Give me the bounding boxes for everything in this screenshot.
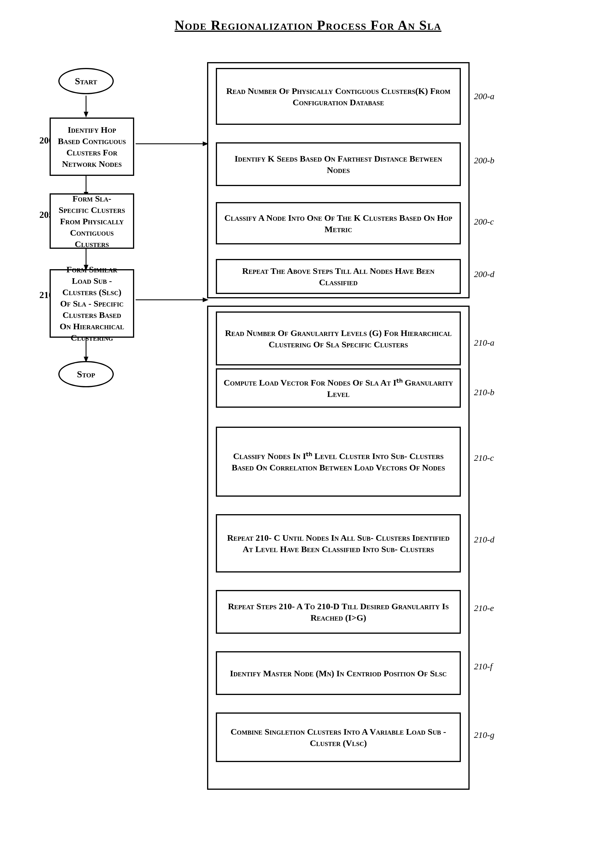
ref-210d: 210-d (474, 535, 494, 544)
box-205: Form Sla- Specific Clusters From Physica… (50, 193, 134, 249)
box-200a: Read Number Of Physically Contiguous Clu… (216, 68, 461, 125)
start-oval: Start (58, 68, 114, 94)
page-title: Node Regionalization Process For An Sla (23, 18, 593, 33)
ref-210c: 210-c (474, 453, 494, 463)
diagram-container: Start 200 Identify Hop Based Contiguous … (23, 50, 593, 838)
box-200c: Classify A Node Into One Of The K Cluste… (216, 202, 461, 244)
ref-200d: 200-d (474, 269, 494, 279)
ref-210e: 210-e (474, 603, 494, 613)
stop-label: Stop (77, 369, 95, 380)
page: Node Regionalization Process For An Sla (0, 0, 616, 851)
box-200b: Identify K Seeds Based On Farthest Dista… (216, 142, 461, 186)
start-label: Start (75, 76, 98, 87)
ref-210b: 210-b (474, 387, 494, 397)
ref-210g: 210-g (474, 730, 494, 740)
box-210d: Repeat 210- C Until Nodes In All Sub- Cl… (216, 514, 461, 573)
box-210f: Identify Master Node (Mn) In Centriod Po… (216, 651, 461, 695)
svg-marker-1 (84, 112, 89, 117)
box-210a: Read Number Of Granularity Levels (G) Fo… (216, 311, 461, 365)
box-210g: Combine Singletion Clusters Into A Varia… (216, 713, 461, 762)
ref-200c: 200-c (474, 217, 494, 227)
box-210b: Compute Load Vector For Nodes Of Sla At … (216, 368, 461, 408)
box-210c: Classify Nodes In Iᵗʰ Level Cluster Into… (216, 427, 461, 497)
ref-210a: 210-a (474, 338, 494, 347)
box-210: Form Similar Load Sub - Clusters (Slsc) … (50, 269, 134, 338)
ref-200b: 200-b (474, 155, 494, 165)
ref-200a: 200-a (474, 91, 494, 101)
stop-oval: Stop (58, 361, 114, 387)
ref-210f: 210-f (474, 662, 492, 671)
box-200: Identify Hop Based Contiguous Clusters F… (50, 117, 134, 176)
box-200d: Repeat The Above Steps Till All Nodes Ha… (216, 259, 461, 294)
box-210e: Repeat Steps 210- A To 210-D Till Desire… (216, 590, 461, 634)
